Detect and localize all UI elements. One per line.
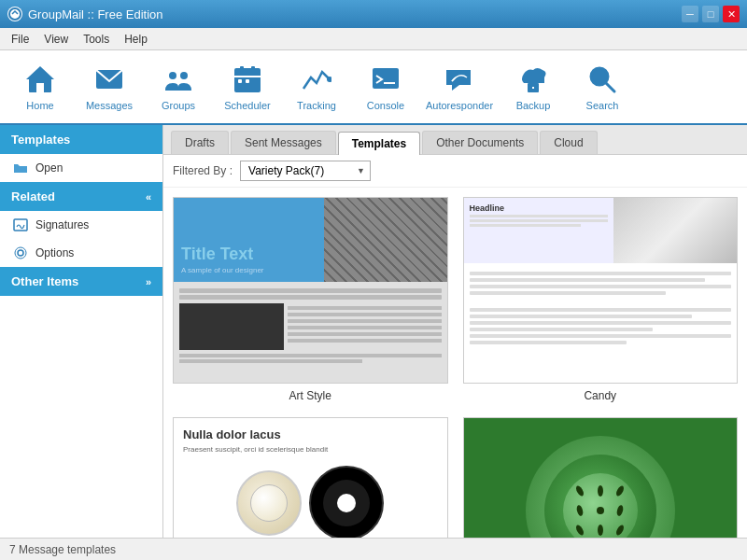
template-card-nulla[interactable]: Nulla dolor lacus Praesent suscipit, orc… [173, 417, 448, 538]
backup-icon [516, 63, 550, 96]
close-button[interactable]: ✕ [723, 6, 740, 22]
svg-rect-8 [240, 66, 244, 72]
filter-select-wrapper[interactable]: Variety Pack(7) [240, 161, 371, 181]
sidebar-templates-label: Templates [11, 133, 70, 147]
template-card-kiwi[interactable] [463, 417, 739, 538]
sidebar-other-items-header[interactable]: Other Items » [0, 267, 162, 296]
toolbar-tracking[interactable]: Tracking [284, 55, 349, 119]
sidebar-signatures-label: Signatures [35, 218, 89, 231]
home-icon [23, 63, 57, 96]
console-icon [369, 63, 402, 96]
toolbar-scheduler[interactable]: Scheduler [215, 55, 280, 119]
toolbar-messages[interactable]: Messages [77, 55, 142, 119]
toolbar-groups[interactable]: Groups [146, 55, 211, 119]
toolbar-search-label: Search [586, 100, 619, 111]
toolbar-home[interactable]: Home [7, 55, 73, 119]
menu-tools[interactable]: Tools [76, 31, 117, 48]
other-items-expand-icon: » [146, 276, 151, 287]
menu-file[interactable]: File [4, 31, 36, 48]
status-message: 7 Message templates [9, 543, 116, 556]
template-thumb-nulla: Nulla dolor lacus Praesent suscipit, orc… [173, 417, 448, 538]
svg-rect-11 [238, 79, 242, 83]
sidebar-signatures[interactable]: Signatures [0, 211, 162, 239]
menu-bar: File View Tools Help [0, 28, 747, 50]
filter-label: Filtered By : [173, 164, 233, 177]
tab-cloud[interactable]: Cloud [540, 131, 597, 154]
filter-select[interactable]: Variety Pack(7) [240, 161, 371, 181]
tabs: Drafts Sent Messages Templates Other Doc… [163, 125, 747, 155]
toolbar-console[interactable]: Console [353, 55, 418, 119]
title-bar: GroupMail :: Free Edition ─ □ ✕ [0, 0, 747, 28]
toolbar-scheduler-label: Scheduler [224, 100, 271, 111]
template-thumb-candy: Headline [463, 197, 739, 384]
toolbar-autoresponder[interactable]: Autoresponder [422, 55, 497, 119]
toolbar-backup[interactable]: Backup [500, 55, 566, 119]
sidebar-other-items-label: Other Items [11, 274, 78, 288]
search-icon [585, 63, 619, 96]
toolbar: Home Messages Groups Scheduler Tracking … [0, 50, 747, 125]
options-icon [13, 245, 28, 260]
filter-bar: Filtered By : Variety Pack(7) [163, 155, 747, 188]
open-folder-icon [13, 161, 28, 175]
sidebar-options-label: Options [35, 246, 74, 259]
svg-rect-20 [14, 219, 27, 231]
scheduler-icon [231, 63, 264, 96]
svg-point-22 [15, 247, 26, 259]
sidebar-open[interactable]: Open [0, 154, 162, 182]
window-controls: ─ □ ✕ [682, 6, 740, 22]
groups-icon [162, 63, 195, 96]
maximize-button[interactable]: □ [702, 6, 719, 22]
svg-point-0 [9, 8, 21, 20]
template-art-style-name: Art Style [289, 389, 331, 402]
tab-drafts[interactable]: Drafts [171, 131, 229, 154]
toolbar-autoresponder-label: Autoresponder [426, 100, 493, 111]
status-bar: 7 Message templates [0, 538, 747, 560]
svg-rect-10 [234, 76, 261, 77]
template-thumb-art-style: Title Text A sample of our designer [173, 197, 448, 384]
tab-other-documents[interactable]: Other Documents [422, 131, 538, 154]
sidebar-related-label: Related [11, 189, 55, 203]
tracking-icon [300, 63, 333, 96]
toolbar-backup-label: Backup [516, 100, 551, 111]
svg-rect-14 [373, 68, 399, 89]
svg-rect-12 [246, 79, 249, 83]
svg-rect-3 [36, 83, 44, 92]
svg-point-6 [180, 72, 188, 79]
svg-point-21 [18, 250, 23, 256]
sidebar-related-header[interactable]: Related « [0, 182, 162, 211]
app-title: GroupMail :: Free Edition [28, 7, 163, 21]
messages-icon [92, 63, 126, 96]
tab-templates[interactable]: Templates [338, 132, 420, 155]
related-collapse-icon: « [146, 191, 151, 203]
tab-sent-messages[interactable]: Sent Messages [231, 131, 336, 154]
template-thumb-kiwi [463, 417, 739, 538]
svg-marker-2 [26, 66, 54, 79]
svg-rect-9 [251, 66, 255, 72]
signatures-icon [13, 217, 28, 232]
template-card-candy[interactable]: Headline [463, 197, 739, 402]
toolbar-home-label: Home [26, 100, 53, 111]
templates-grid: Title Text A sample of our designer [163, 188, 747, 538]
sidebar: Templates Open Related « Signatures Opti… [0, 125, 163, 538]
toolbar-messages-label: Messages [86, 100, 133, 111]
toolbar-tracking-label: Tracking [297, 100, 336, 111]
autoresponder-icon [443, 63, 476, 96]
template-candy-name: Candy [584, 389, 616, 402]
svg-point-5 [169, 72, 176, 79]
sidebar-options[interactable]: Options [0, 239, 162, 267]
app-icon [7, 7, 22, 21]
toolbar-console-label: Console [367, 100, 404, 111]
content-area: Drafts Sent Messages Templates Other Doc… [163, 125, 747, 538]
title-bar-left: GroupMail :: Free Edition [7, 7, 163, 21]
menu-help[interactable]: Help [117, 31, 155, 48]
template-card-art-style[interactable]: Title Text A sample of our designer [173, 197, 448, 402]
svg-line-19 [606, 83, 614, 91]
main-layout: Templates Open Related « Signatures Opti… [0, 125, 747, 538]
toolbar-search[interactable]: Search [570, 55, 635, 119]
toolbar-groups-label: Groups [162, 100, 195, 111]
sidebar-open-label: Open [35, 161, 63, 175]
menu-view[interactable]: View [36, 31, 76, 48]
sidebar-templates-header[interactable]: Templates [0, 125, 162, 154]
minimize-button[interactable]: ─ [682, 6, 698, 22]
